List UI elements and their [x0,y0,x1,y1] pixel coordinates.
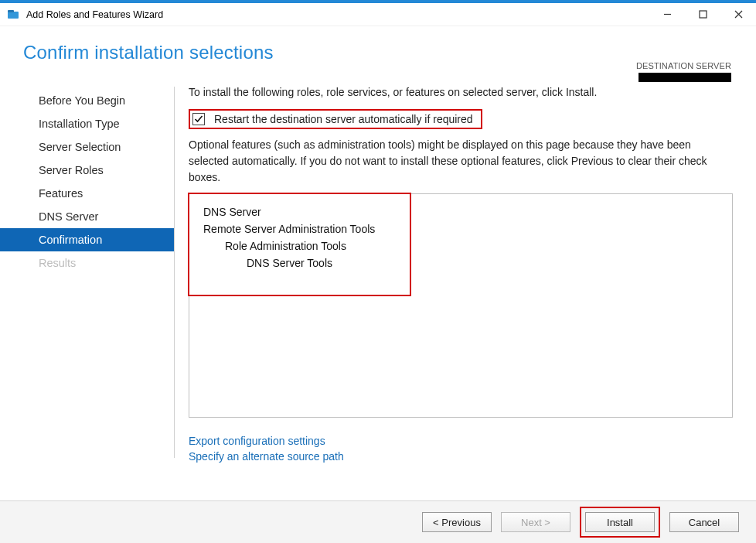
check-icon [194,114,203,124]
feature-item: Role Administration Tools [203,237,732,254]
page-title: Confirm installation selections [23,42,733,63]
feature-item: DNS Server [203,203,732,220]
svg-rect-0 [8,12,19,19]
previous-button[interactable]: < Previous [422,512,492,532]
app-icon [6,8,20,22]
optional-features-note: Optional features (such as administratio… [189,137,733,186]
sidebar-item-features[interactable]: Features [0,182,174,205]
restart-checkbox[interactable] [192,113,205,125]
destination-server-block: DESTINATION SERVER [636,61,731,82]
wizard-sidebar: Before You Begin Installation Type Serve… [0,83,174,470]
sidebar-item-server-selection[interactable]: Server Selection [0,135,174,159]
sidebar-item-dns-server[interactable]: DNS Server [0,205,174,228]
window-title: Add Roles and Features Wizard [26,9,649,20]
alternate-source-link[interactable]: Specify an alternate source path [189,449,733,464]
cancel-button[interactable]: Cancel [669,512,739,532]
svg-rect-3 [700,11,707,18]
restart-checkbox-label: Restart the destination server automatic… [214,113,473,125]
sidebar-item-confirmation[interactable]: Confirmation [0,228,174,251]
close-button[interactable] [720,3,756,26]
maximize-button[interactable] [685,3,720,26]
feature-item: DNS Server Tools [203,254,732,272]
sidebar-item-installation-type[interactable]: Installation Type [0,112,174,135]
install-highlight: Install [580,507,660,538]
feature-item: Remote Server Administration Tools [203,220,732,237]
next-button: Next > [501,512,570,532]
install-button[interactable]: Install [585,512,655,532]
selected-features-box: DNS Server Remote Server Administration … [189,193,733,418]
export-config-link[interactable]: Export configuration settings [189,433,733,449]
instruction-text: To install the following roles, role ser… [189,86,733,98]
titlebar: Add Roles and Features Wizard [0,3,756,26]
destination-server-label: DESTINATION SERVER [636,61,731,70]
sidebar-item-server-roles[interactable]: Server Roles [0,159,174,182]
sidebar-item-results: Results [0,251,174,275]
destination-server-name-redacted [639,73,731,82]
sidebar-item-before-you-begin[interactable]: Before You Begin [0,89,174,112]
svg-rect-1 [8,10,14,12]
restart-checkbox-row[interactable]: Restart the destination server automatic… [189,109,482,129]
minimize-button[interactable] [649,3,685,26]
wizard-footer: < Previous Next > Install Cancel [0,500,756,543]
